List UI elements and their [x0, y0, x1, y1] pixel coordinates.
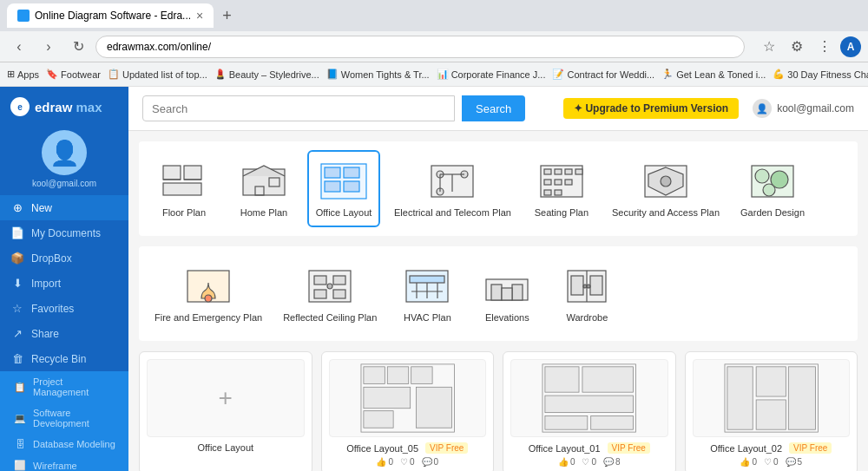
database-icon: 🗄 — [14, 439, 26, 449]
template-hvac-plan[interactable]: HVAC Plan — [391, 255, 464, 332]
avatar: 👤 — [42, 130, 87, 175]
template-wardrobe[interactable]: Wardrobe — [550, 255, 623, 332]
sidebar-item-new-label: New — [31, 202, 52, 214]
sub-item-software-development[interactable]: 💻 Software Development — [0, 402, 128, 434]
template-garden-design[interactable]: Garden Design — [733, 150, 812, 227]
svg-rect-2 — [163, 183, 201, 195]
svg-rect-41 — [333, 276, 345, 285]
bookmark-lean[interactable]: 🏃 Get Lean & Toned i... — [661, 69, 766, 80]
template-row-2: Fire and Emergency Plan Reflected — [139, 246, 858, 341]
card-office-layout-02[interactable]: Office Layout_02 VIP Free 👍 0 ♡ 0 💬 5 — [685, 351, 858, 471]
svg-rect-22 — [555, 169, 562, 174]
template-elevations[interactable]: Elevations — [470, 255, 543, 332]
back-button[interactable]: ‹ — [7, 35, 31, 59]
office-01-comments: 💬 8 — [603, 457, 621, 467]
sidebar-item-share-label: Share — [31, 328, 59, 340]
new-tab-button[interactable]: + — [217, 7, 237, 25]
template-office-layout[interactable]: Office Layout — [307, 150, 380, 227]
card-office-layout-01[interactable]: Office Layout_01 VIP Free 👍 0 ♡ 0 💬 8 — [503, 351, 676, 471]
sub-item-database-label: Database Modeling — [33, 439, 115, 449]
sub-item-software-label: Software Development — [33, 408, 118, 428]
office-05-comments: 💬 0 — [422, 457, 439, 467]
bookmark-apps[interactable]: ⊞ Apps — [7, 69, 39, 80]
search-input[interactable] — [142, 95, 455, 121]
sidebar-item-share[interactable]: ↗ Share — [0, 321, 128, 346]
svg-rect-26 — [555, 180, 562, 185]
sidebar-item-favorites-label: Favorites — [31, 303, 74, 315]
sidebar-item-documents-label: My Documents — [31, 227, 101, 239]
menu-button[interactable]: ⋮ — [812, 35, 837, 59]
sidebar-item-recycle-bin[interactable]: 🗑 Recycle Bin — [0, 346, 128, 371]
card-new-office-layout[interactable]: + Office Layout — [139, 351, 312, 471]
svg-point-36 — [763, 184, 775, 196]
bookmark-contract[interactable]: 📝 Contract for Weddi... — [552, 69, 654, 80]
svg-point-32 — [661, 176, 671, 186]
sidebar-item-import[interactable]: ⬇ Import — [0, 271, 128, 296]
bookmark-footwear[interactable]: 🔖 Footwear — [46, 69, 101, 80]
active-tab[interactable]: Online Diagram Software - Edra... × — [7, 3, 214, 28]
bookmark-updated-list[interactable]: 📋 Updated list of top... — [108, 69, 207, 80]
sub-item-project-management[interactable]: 📋 Project Management — [0, 371, 128, 402]
fire-svg — [184, 267, 233, 305]
template-home-plan[interactable]: Home Plan — [227, 150, 300, 227]
bookmark-women-tights[interactable]: 📘 Women Tights & Tr... — [326, 69, 430, 80]
sub-item-database-modeling[interactable]: 🗄 Database Modeling — [0, 434, 128, 455]
card-new-thumb: + — [147, 359, 305, 437]
template-electrical-telecom[interactable]: Electrical and Telecom Plan — [387, 150, 518, 227]
elevations-label: Elevations — [485, 312, 529, 324]
office-layout-thumb — [314, 159, 373, 204]
svg-rect-63 — [387, 367, 408, 384]
office-02-badge: VIP Free — [789, 442, 832, 454]
plus-icon: + — [219, 384, 233, 412]
office-02-comments: 💬 5 — [786, 457, 803, 467]
app-container: e edraw max 👤 kool@gmail.com ⊕ New 📄 My … — [0, 87, 868, 471]
bookmark-button[interactable]: ☆ — [757, 35, 781, 59]
template-floor-plan[interactable]: Floor Plan — [148, 150, 220, 227]
electrical-svg — [428, 162, 477, 200]
browser-controls: ‹ › ↻ ☆ ⚙ ⋮ A — [0, 31, 868, 62]
upgrade-button[interactable]: ✦ Upgrade to Premium Version — [563, 98, 739, 119]
sidebar-item-dropbox[interactable]: 📦 DropBox — [0, 245, 128, 271]
office-02-likes: 👍 0 — [740, 457, 757, 467]
template-seating-plan[interactable]: Seating Plan — [525, 150, 598, 227]
dropbox-icon: 📦 — [10, 252, 24, 265]
svg-rect-62 — [363, 367, 384, 384]
office-01-thumb — [510, 359, 668, 437]
address-bar[interactable] — [95, 36, 745, 58]
template-fire-emergency[interactable]: Fire and Emergency Plan — [148, 255, 269, 332]
svg-point-60 — [587, 285, 590, 288]
template-security-access[interactable]: Security and Access Plan — [605, 150, 727, 227]
svg-rect-54 — [502, 288, 512, 300]
template-reflected-ceiling[interactable]: Reflected Ceiling Plan — [276, 255, 384, 332]
forward-button[interactable]: › — [36, 35, 61, 59]
sidebar-item-new[interactable]: ⊕ New — [0, 195, 128, 220]
garden-thumb — [743, 159, 802, 204]
sidebar-item-favorites[interactable]: ☆ Favorites — [0, 296, 128, 321]
header-bar: Search ✦ Upgrade to Premium Version 👤 ko… — [128, 87, 868, 131]
svg-rect-10 — [344, 167, 359, 178]
electrical-telecom-label: Electrical and Telecom Plan — [394, 207, 511, 219]
card-office-layout-05[interactable]: Office Layout_05 VIP Free 👍 0 ♡ 0 💬 0 — [321, 351, 495, 471]
hvac-thumb — [398, 264, 457, 309]
extensions-button[interactable]: ⚙ — [785, 35, 809, 59]
svg-rect-71 — [545, 396, 634, 413]
sidebar-item-my-documents[interactable]: 📄 My Documents — [0, 220, 128, 245]
svg-rect-28 — [544, 190, 551, 195]
bookmark-corporate[interactable]: 📊 Corporate Finance J... — [437, 69, 546, 80]
tab-title: Online Diagram Software - Edra... — [35, 10, 191, 22]
office-01-hearts: ♡ 0 — [582, 457, 596, 467]
office-01-actions: 👍 0 ♡ 0 💬 8 — [510, 457, 668, 467]
logo-icon: e — [10, 97, 30, 116]
search-button[interactable]: Search — [462, 95, 525, 121]
reflected-ceiling-label: Reflected Ceiling Plan — [283, 312, 377, 324]
electrical-thumb — [423, 159, 482, 204]
sidebar-item-import-label: Import — [31, 278, 61, 290]
reload-button[interactable]: ↻ — [66, 35, 90, 59]
sub-item-wireframe[interactable]: ⬜ Wireframe — [0, 455, 128, 471]
profile-button[interactable]: A — [840, 36, 861, 57]
fire-thumb — [179, 264, 238, 309]
bookmark-beauty[interactable]: 💄 Beauty – Styledrive... — [214, 69, 319, 80]
bookmark-fitness[interactable]: 💪 30 Day Fitness Chal... — [773, 69, 868, 80]
office-01-header: Office Layout_01 VIP Free — [510, 442, 668, 454]
tab-close-button[interactable]: × — [196, 9, 203, 23]
